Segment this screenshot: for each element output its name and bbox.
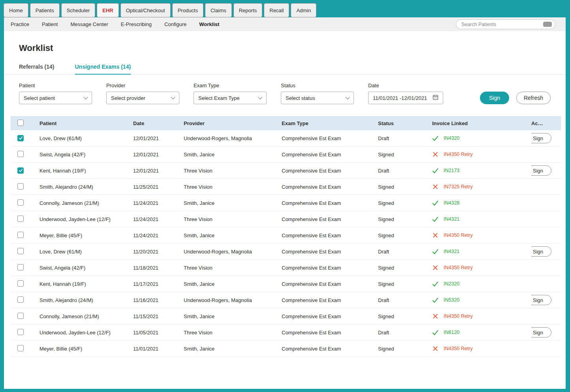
invoice-number[interactable]: IN4350 Retry	[444, 313, 473, 319]
table-row: Swist, Angela (42/F) 11/18/2021 Three Vi…	[11, 260, 561, 276]
sub-nav-patient[interactable]: Patient	[42, 21, 58, 27]
row-sign-button[interactable]: Sign	[531, 165, 551, 176]
search-patients-input[interactable]	[456, 19, 555, 29]
invoice-number[interactable]: IN2173	[444, 168, 459, 173]
top-nav: Home Patients Scheduler EHR Optical/Chec…	[0, 0, 570, 17]
cell-date: 11/25/2021	[133, 184, 184, 190]
search-icon[interactable]	[543, 22, 552, 27]
provider-select[interactable]: Select provider	[106, 92, 179, 104]
invoice-number[interactable]: IN4350 Retry	[444, 346, 473, 351]
sub-nav-worklist[interactable]: Worklist	[199, 21, 219, 27]
row-sign-button[interactable]: Sign	[531, 295, 551, 305]
invoice-ok-icon	[432, 216, 438, 223]
row-checkbox[interactable]	[17, 151, 24, 157]
cell-status: Signed	[378, 281, 432, 287]
row-checkbox[interactable]	[17, 296, 24, 303]
row-checkbox[interactable]	[17, 248, 24, 254]
cell-patient: Underwood, Jayden-Lee (12/F)	[40, 216, 133, 222]
invoice-ok-icon	[432, 248, 438, 255]
cell-provider: Smith, Janice	[184, 313, 282, 319]
table-row: Smith, Alejandro (24/M) 11/25/2021 Three…	[11, 179, 561, 195]
invoice-fail-icon	[432, 346, 438, 351]
patient-select[interactable]: Select patient	[19, 92, 92, 104]
row-sign-button[interactable]: Sign	[531, 133, 551, 143]
invoice-number[interactable]: IN4321	[444, 216, 459, 222]
top-tab-admin[interactable]: Admin	[291, 3, 316, 17]
row-checkbox[interactable]	[17, 199, 24, 206]
sub-nav-practice[interactable]: Practice	[11, 21, 29, 27]
row-checkbox[interactable]	[17, 183, 24, 189]
row-checkbox[interactable]	[17, 280, 24, 287]
top-tab-claims[interactable]: Claims	[205, 3, 232, 17]
invoice-number[interactable]: IN4350 Retry	[444, 233, 473, 238]
chevron-down-icon	[345, 95, 350, 99]
invoice-number[interactable]: IN6120	[444, 330, 459, 335]
top-tab-recall[interactable]: Recall	[264, 3, 289, 17]
refresh-button[interactable]: Refresh	[516, 92, 551, 104]
row-checkbox[interactable]	[17, 135, 24, 141]
invoice-number[interactable]: IN4350 Retry	[444, 152, 473, 157]
filter-actions: Sign Refresh	[480, 92, 551, 104]
select-all-checkbox[interactable]	[17, 120, 24, 126]
invoice-fail-icon	[432, 233, 438, 238]
tab-unsigned-exams[interactable]: Unsigned Exams (14)	[75, 64, 131, 75]
sub-nav-message-center[interactable]: Message Center	[70, 21, 108, 27]
top-tab-patients[interactable]: Patients	[30, 3, 60, 17]
top-tab-products[interactable]: Products	[172, 3, 203, 17]
unsigned-exams-table: Patient Date Provider Exam Type Status I…	[11, 116, 561, 357]
cell-date: 11/16/2021	[133, 297, 184, 303]
row-checkbox[interactable]	[17, 345, 24, 351]
status-select[interactable]: Select status	[281, 92, 354, 104]
sign-button[interactable]: Sign	[480, 92, 509, 104]
row-checkbox[interactable]	[17, 232, 24, 238]
invoice-number[interactable]: IN4320	[444, 135, 459, 141]
table-row: Swist, Angela (42/F) 12/01/2021 Smith, J…	[11, 146, 561, 163]
cell-status: Signed	[378, 216, 432, 222]
row-checkbox[interactable]	[17, 216, 24, 222]
cell-patient: Meyer, Billie (45/F)	[40, 346, 133, 352]
top-tab-scheduler[interactable]: Scheduler	[61, 3, 96, 17]
invoice-fail-icon	[432, 184, 438, 189]
table-row: Love, Drew (61/M) 11/20/2021 Underwood-R…	[11, 244, 561, 260]
cell-date: 11/01/2021	[133, 346, 184, 352]
sub-nav-configure[interactable]: Configure	[164, 21, 186, 27]
app-window: Home Patients Scheduler EHR Optical/Chec…	[0, 0, 570, 392]
exam-type-select[interactable]: Select Exam Type	[194, 92, 267, 104]
table-row: Meyer, Billie (45/F) 11/01/2021 Smith, J…	[11, 341, 561, 357]
row-checkbox[interactable]	[17, 313, 24, 319]
row-sign-button[interactable]: Sign	[531, 327, 551, 338]
cell-exam-type: Comprehensive Est Exam	[282, 135, 378, 141]
invoice-fail-icon	[432, 265, 438, 270]
table-row: Smith, Alejandro (24/M) 11/16/2021 Under…	[11, 292, 561, 308]
date-range-input[interactable]: 11/01/2021 -12/01/2021	[368, 92, 443, 104]
table-row: Kent, Hannah (19/F) 12/01/2021 Three Vis…	[11, 163, 561, 179]
top-tab-home[interactable]: Home	[4, 3, 28, 17]
calendar-icon	[433, 94, 438, 101]
row-sign-button[interactable]: Sign	[531, 246, 551, 257]
row-checkbox[interactable]	[17, 264, 24, 270]
col-invoice-linked: Invoice Linked	[432, 120, 531, 126]
main-content: Worklist Referrals (14) Unsigned Exams (…	[4, 31, 566, 389]
invoice-number[interactable]: IN4328	[444, 200, 459, 206]
cell-patient: Smith, Alejandro (24/M)	[40, 297, 133, 303]
invoice-fail-icon	[432, 152, 438, 157]
cell-date: 11/24/2021	[133, 233, 184, 238]
top-tab-reports[interactable]: Reports	[233, 3, 263, 17]
invoice-number[interactable]: IN7325 Retry	[444, 184, 473, 189]
cell-status: Signed	[378, 346, 432, 352]
filter-provider: Provider Select provider	[106, 83, 179, 104]
top-tab-optical-checkout[interactable]: Optical/Checkout	[120, 3, 171, 17]
cell-status: Draft	[378, 168, 432, 174]
tab-referrals[interactable]: Referrals (14)	[19, 64, 55, 75]
row-checkbox[interactable]	[17, 329, 24, 335]
top-tab-ehr[interactable]: EHR	[97, 3, 119, 17]
sub-nav-e-prescribing[interactable]: E-Prescribing	[121, 21, 152, 27]
row-checkbox[interactable]	[17, 167, 24, 174]
filter-bar: Patient Select patient Provider Select p…	[4, 75, 566, 104]
cell-status: Draft	[378, 330, 432, 336]
cell-exam-type: Comprehensive Est Exam	[282, 184, 378, 190]
invoice-number[interactable]: IN4321	[444, 249, 459, 254]
invoice-number[interactable]: IN5320	[444, 297, 459, 303]
invoice-number[interactable]: IN2320	[444, 281, 459, 287]
invoice-number[interactable]: IN4350 Retry	[444, 265, 473, 270]
